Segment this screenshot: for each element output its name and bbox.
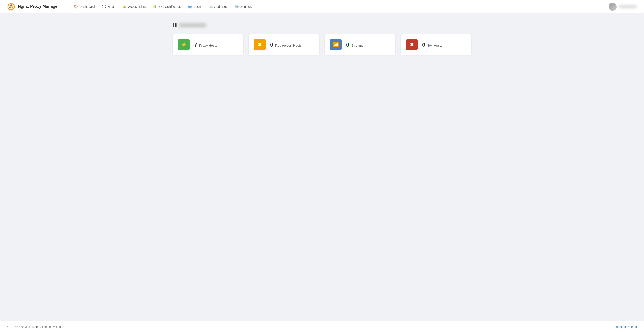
proxy-hosts-icon-wrap: ⚡ bbox=[178, 39, 190, 50]
user-name bbox=[619, 5, 637, 8]
nav-label-access-lists: Access Lists bbox=[128, 5, 146, 8]
nav-item-dashboard[interactable]: 🏠 Dashboard bbox=[71, 3, 98, 10]
nav-label-ssl: SSL Certificates bbox=[158, 5, 181, 8]
ssl-icon: 🔰 bbox=[153, 5, 157, 9]
proxy-hosts-body: 7 Proxy Hosts bbox=[194, 41, 217, 48]
streams-label: Streams bbox=[351, 43, 364, 47]
main-nav: 🏠 Dashboard 💬 Hosts 🔒 Access Lists 🔰 SSL… bbox=[71, 3, 255, 10]
footer-dot: . bbox=[40, 325, 42, 329]
redirection-hosts-count: 0 bbox=[270, 41, 273, 48]
streams-icon: 📶 bbox=[333, 42, 339, 47]
main-content: Hi ⚡ 7 Proxy Hosts ✖ 0 Redirection Hosts bbox=[166, 13, 478, 321]
footer-version: v2.10.4 bbox=[7, 325, 17, 329]
streams-count: 0 bbox=[346, 41, 349, 48]
greeting: Hi bbox=[173, 22, 471, 28]
audit-log-icon: 📖 bbox=[209, 5, 213, 9]
footer-site-link[interactable]: jc21.com bbox=[28, 325, 39, 329]
streams-icon-wrap: 📶 bbox=[330, 39, 342, 50]
navbar-right bbox=[609, 3, 637, 11]
svg-point-3 bbox=[10, 4, 12, 6]
redirection-hosts-icon-wrap: ✖ bbox=[254, 39, 266, 50]
card-streams[interactable]: 📶 0 Streams bbox=[325, 34, 395, 55]
app-logo bbox=[7, 3, 15, 11]
navbar-left: Nginx Proxy Manager 🏠 Dashboard 💬 Hosts … bbox=[7, 3, 255, 11]
footer: v2.10.4 © 2023 jc21.com . Theme by Table… bbox=[0, 321, 644, 332]
footer-left: v2.10.4 © 2023 jc21.com . Theme by Table… bbox=[7, 325, 63, 329]
proxy-hosts-count: 7 bbox=[194, 41, 197, 48]
404-hosts-icon-wrap: ✖ bbox=[406, 39, 418, 50]
footer-theme-label: Theme by bbox=[42, 325, 55, 329]
footer-fork-link[interactable]: Fork me on Github bbox=[613, 325, 637, 329]
nav-label-users: Users bbox=[194, 5, 202, 8]
card-proxy-hosts[interactable]: ⚡ 7 Proxy Hosts bbox=[173, 34, 243, 55]
greeting-prefix: Hi bbox=[173, 22, 177, 28]
cards-row: ⚡ 7 Proxy Hosts ✖ 0 Redirection Hosts 📶 … bbox=[173, 34, 471, 55]
nav-item-settings[interactable]: ⚙️ Settings bbox=[232, 3, 255, 10]
settings-icon: ⚙️ bbox=[235, 5, 239, 9]
avatar-image bbox=[609, 3, 617, 11]
redirection-hosts-icon: ✖ bbox=[258, 42, 262, 47]
app-title: Nginx Proxy Manager bbox=[18, 4, 59, 9]
404-hosts-label: 404 Hosts bbox=[427, 43, 442, 47]
access-lists-icon: 🔒 bbox=[122, 5, 127, 9]
greeting-name bbox=[179, 23, 206, 27]
streams-body: 0 Streams bbox=[346, 41, 364, 48]
proxy-hosts-label: Proxy Hosts bbox=[199, 43, 217, 47]
nav-label-hosts: Hosts bbox=[108, 5, 116, 8]
404-hosts-icon: ✖ bbox=[410, 42, 414, 47]
nav-item-audit-log[interactable]: 📖 Audit Log bbox=[206, 3, 231, 10]
card-404-hosts[interactable]: ✖ 0 404 Hosts bbox=[401, 34, 471, 55]
users-icon: 👥 bbox=[188, 5, 192, 9]
404-hosts-body: 0 404 Hosts bbox=[422, 41, 442, 48]
footer-right: Fork me on Github bbox=[613, 325, 637, 329]
nav-item-access-lists[interactable]: 🔒 Access Lists bbox=[120, 3, 149, 10]
nav-label-audit-log: Audit Log bbox=[214, 5, 228, 8]
redirection-hosts-body: 0 Redirection Hosts bbox=[270, 41, 302, 48]
hosts-icon: 💬 bbox=[102, 5, 106, 9]
card-redirection-hosts[interactable]: ✖ 0 Redirection Hosts bbox=[249, 34, 319, 55]
navbar: Nginx Proxy Manager 🏠 Dashboard 💬 Hosts … bbox=[0, 0, 644, 13]
nav-item-users[interactable]: 👥 Users bbox=[185, 3, 205, 10]
dashboard-icon: 🏠 bbox=[74, 5, 78, 9]
redirection-hosts-label: Redirection Hosts bbox=[275, 43, 302, 47]
svg-point-5 bbox=[12, 7, 14, 8]
nav-label-dashboard: Dashboard bbox=[80, 5, 95, 8]
footer-year: 2023 bbox=[20, 325, 27, 329]
footer-copyright: © bbox=[18, 325, 20, 329]
proxy-hosts-icon: ⚡ bbox=[181, 42, 187, 47]
404-hosts-count: 0 bbox=[422, 41, 425, 48]
avatar[interactable] bbox=[609, 3, 617, 11]
nav-label-settings: Settings bbox=[240, 5, 252, 8]
nav-item-hosts[interactable]: 💬 Hosts bbox=[99, 3, 119, 10]
footer-theme-link[interactable]: Tabler bbox=[56, 325, 63, 329]
nav-item-ssl[interactable]: 🔰 SSL Certificates bbox=[150, 3, 184, 10]
svg-point-4 bbox=[9, 7, 11, 8]
